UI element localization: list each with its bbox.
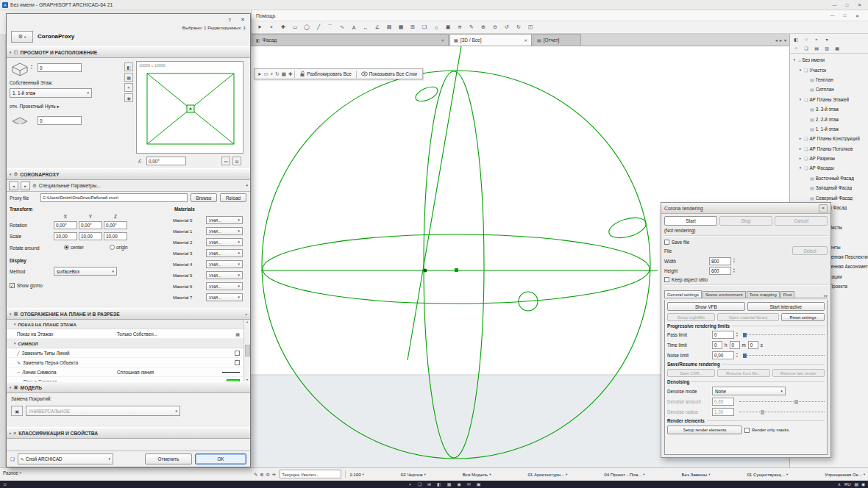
toolbar-icon[interactable]: ∠ — [372, 23, 383, 32]
navigator-view-icon[interactable]: ▦ — [833, 44, 842, 52]
keep-aspect-checkbox[interactable] — [664, 277, 669, 282]
noise-limit-stepper[interactable]: ▴▾ — [736, 353, 738, 358]
corona-tab[interactable]: Post — [780, 291, 795, 298]
close-icon[interactable]: ✕ — [237, 15, 249, 24]
proxy-file-input[interactable]: C:\Users\Dmitri\OneDrive\Рабочий стол\ — [40, 193, 188, 202]
section-preview-header[interactable]: ▾ ◫ ПРОСМОТР И РАСПОЛОЖЕНИЕ — [7, 46, 250, 58]
statusbar-dropdown[interactable]: Вся Модель▾ — [463, 472, 491, 477]
toolbar-icon[interactable]: ∿ — [337, 23, 347, 32]
tree-expand-arrow[interactable]: ▾ — [798, 166, 803, 170]
toolbar-icon[interactable]: ▤ — [384, 23, 394, 32]
toolbar-icon[interactable]: ↺ — [502, 23, 512, 32]
statusbar-icon[interactable]: ⊖ — [266, 472, 270, 477]
navigator-toolbar-icon[interactable]: ▾ — [822, 35, 831, 43]
statusbar-dropdown[interactable]: 01 Существующ...▾ — [747, 472, 788, 477]
reload-button[interactable]: Reload — [220, 193, 246, 202]
tree-item[interactable]: ▾ ❑ АР Фасады — [790, 163, 868, 173]
width-stepper[interactable]: ▴▾ — [733, 258, 735, 263]
show-gizmo-checkbox[interactable]: ✓ Show gizmo — [10, 283, 43, 288]
scroll-up-icon[interactable]: ▴ — [245, 312, 247, 316]
preview-section-icon[interactable]: ⌖ — [124, 83, 133, 92]
taskbar-app-icon[interactable]: ◧ — [437, 481, 441, 487]
taskbar-app-icon[interactable]: ❏ — [418, 481, 421, 487]
preview-info-icon[interactable]: ◉ — [124, 93, 133, 102]
scale-z-input[interactable]: 10,00 — [104, 232, 127, 240]
tray-caret-icon[interactable]: ∧ — [838, 481, 841, 487]
preview-plan-icon[interactable]: ◧ — [124, 62, 133, 71]
navigator-view-icon[interactable]: ❑ — [802, 44, 811, 52]
show-vfb-button[interactable]: Show VFB — [667, 302, 745, 311]
minimize-button[interactable]: — — [828, 1, 841, 10]
tree-item[interactable]: ▤ 1. 1-й этаж — [790, 124, 868, 134]
tree-expand-arrow[interactable]: ▸ — [798, 137, 803, 140]
toolbar-icon[interactable]: ↔ — [360, 23, 371, 32]
page-prev-button[interactable]: ◂ — [9, 182, 18, 190]
statusbar-icon[interactable]: ✎ — [254, 472, 257, 477]
statusbar-icon[interactable]: ⊕ — [260, 472, 263, 477]
navigator-view-icon[interactable]: ▥ — [822, 44, 831, 52]
toolbar-icon[interactable]: ▦ — [282, 71, 286, 77]
tab-close-icon[interactable]: ✕ — [436, 38, 444, 43]
language-indicator[interactable]: RU — [844, 481, 850, 487]
corona-titlebar[interactable]: Corona rendering ✕ — [661, 203, 830, 214]
toolbar-icon[interactable]: ⊞ — [408, 23, 418, 32]
ok-button[interactable]: OK — [195, 453, 246, 464]
pen-color-chip[interactable] — [227, 379, 240, 382]
offset-input[interactable]: 0 — [38, 116, 82, 125]
start-button[interactable]: Start — [664, 216, 717, 226]
height-stepper[interactable]: ▴▾ — [733, 268, 735, 273]
start-interactive-button[interactable]: Start interactive — [747, 302, 825, 311]
help-icon[interactable]: ? — [224, 15, 235, 24]
setup-render-elements-button[interactable]: Setup render elements — [667, 426, 742, 434]
help-maximize-button[interactable]: □ — [839, 11, 851, 20]
tree-item[interactable]: ▤ Западный Фасад — [790, 183, 868, 193]
preview-3d-icon[interactable]: ▦ — [124, 73, 133, 82]
tab-scroll-arrows[interactable]: ◂▸ — [823, 294, 828, 298]
scroll-down-icon[interactable]: ▾ — [246, 378, 248, 381]
toolbar-icon[interactable]: ⌖ — [266, 23, 277, 32]
toolbar-icon[interactable]: ◫ — [525, 23, 536, 32]
toolbar-icon[interactable]: ⊖ — [490, 23, 500, 32]
tab-close-icon[interactable]: ✕ — [519, 38, 527, 43]
symbol-lines-row[interactable]: ─ Линии Символа Сплошная линия — [7, 367, 250, 377]
toolbar-icon[interactable]: ⌖ — [271, 71, 274, 77]
zoom-preset-box[interactable]: Текущее Увелич... — [280, 470, 341, 478]
unlock-all-button[interactable]: Разблокировать Все — [297, 70, 353, 79]
material-select[interactable]: УНИ...▾ — [206, 271, 243, 279]
display-method-select[interactable]: surfaceBox▾ — [54, 267, 117, 276]
maximize-button[interactable]: □ — [841, 1, 853, 10]
height-input[interactable]: 600 — [709, 267, 731, 275]
tab-report[interactable]: ▤ [Отчет] — [533, 34, 581, 46]
rotate-origin-radio[interactable]: origin — [110, 245, 128, 250]
tree-item[interactable]: ▤ Ситплан — [790, 85, 868, 94]
statusbar-dropdown[interactable]: 01 Архитектурн...▾ — [527, 472, 567, 477]
denoise-mode-select[interactable]: None▾ — [712, 387, 786, 395]
tree-item[interactable]: ▾ ❑ АР Планы Этажей — [790, 95, 868, 104]
corona-close-icon[interactable]: ✕ — [819, 204, 828, 212]
tray-icon[interactable]: ▤ — [854, 481, 858, 487]
taskbar-app-icon[interactable]: ⊞ — [427, 481, 431, 487]
tree-expand-arrow[interactable]: ▾ — [798, 68, 803, 72]
time-minutes-input[interactable]: 0 — [730, 341, 740, 349]
statusbar-dropdown[interactable]: 02 Чертеж▾ — [401, 472, 426, 477]
tree-expand-arrow[interactable]: ▸ — [798, 147, 803, 151]
tab-3d-all[interactable]: ▦ [3D / Все] ✕ — [449, 34, 532, 46]
toolbar-icon[interactable]: ❏ — [419, 23, 430, 32]
toolbar-icon[interactable]: ╱ — [313, 23, 324, 32]
reference-level-button[interactable]: отн. Проектный Нуль ▸ — [10, 104, 60, 110]
tree-item[interactable]: ▤ Генплан — [790, 75, 868, 85]
statusbar-dropdown[interactable]: Без Замены▾ — [682, 472, 711, 477]
surface-override-icon[interactable]: ▣ — [11, 406, 23, 416]
corona-tab[interactable]: General settings — [664, 290, 702, 298]
tree-item[interactable]: ▸ ❑ АР Планы Потолков — [790, 144, 868, 154]
time-hours-input[interactable]: 0 — [712, 341, 722, 349]
elevation-stepper[interactable]: ▴▾ — [31, 65, 32, 70]
toolbar-icon[interactable]: ➤ — [257, 71, 261, 77]
render-only-masks-checkbox[interactable] — [744, 428, 750, 433]
statusbar-left[interactable]: Разное ▾ — [3, 470, 21, 476]
rotation-angle-input[interactable]: 0,00° — [146, 157, 186, 165]
section-classification-header[interactable]: ▸ ≡ КЛАССИФИКАЦИЯ И СВОЙСТВА — [7, 427, 250, 439]
material-select[interactable]: УНИ...▾ — [206, 227, 243, 235]
rotation-z-input[interactable]: 0,00° — [104, 221, 127, 229]
tab-scroll-left-icon[interactable]: ◂ — [775, 37, 778, 43]
